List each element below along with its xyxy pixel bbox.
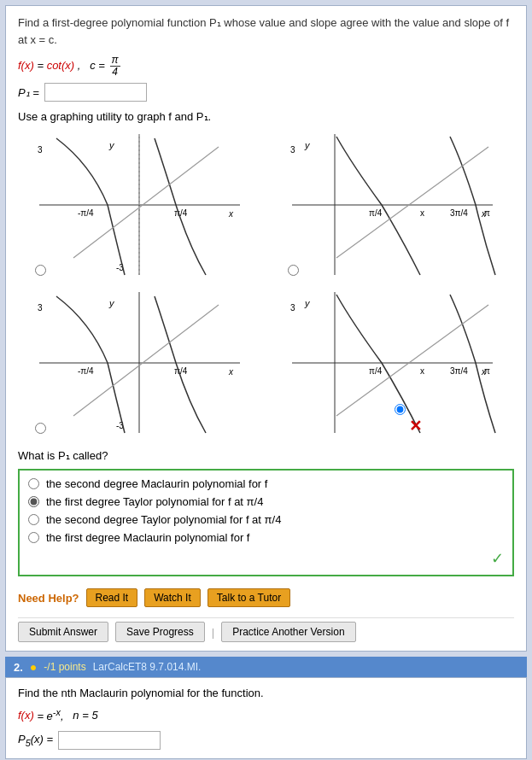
svg-line-40 <box>336 305 488 416</box>
graph-cell-3: y x -π/4 π/4 3 -3 <box>18 288 262 437</box>
problem2-points: -/1 points <box>44 661 85 673</box>
p2-function: f(x) = e-x, n = 5 <box>18 706 514 722</box>
svg-text:3π/4: 3π/4 <box>450 366 468 376</box>
choices-box: the second degree Maclaurin polynomial f… <box>18 469 514 576</box>
choice-radio-2[interactable] <box>28 496 39 507</box>
graph-radio-1[interactable] <box>35 265 46 276</box>
save-progress-button[interactable]: Save Progress <box>115 622 205 642</box>
problem2-bar: 2. ● -/1 points LarCalcET8 9.7.014.MI. <box>5 657 527 677</box>
svg-text:3: 3 <box>290 145 295 155</box>
svg-line-29 <box>73 305 219 416</box>
comma: , <box>78 59 87 72</box>
page-wrapper: Find a first-degree polynomial function … <box>0 0 532 760</box>
c-equals: = <box>98 59 108 72</box>
choice-label-3: the second degree Taylor polynomial for … <box>46 513 281 526</box>
fx-label: f(x) <box>18 59 34 72</box>
need-help-row: Need Help? Read It Watch It Talk to a Tu… <box>18 588 514 607</box>
svg-text:3: 3 <box>38 145 43 155</box>
need-help-label: Need Help? <box>18 592 79 605</box>
p1-label: P₁ = <box>18 86 39 99</box>
svg-text:π/4: π/4 <box>369 366 383 376</box>
checkmark-icon: ✓ <box>491 549 504 568</box>
svg-line-20 <box>336 147 488 258</box>
checkmark-row: ✓ <box>28 549 504 568</box>
p2-n: n = 5 <box>73 710 97 722</box>
svg-text:π/4: π/4 <box>174 366 188 376</box>
p5-answer-input[interactable] <box>58 731 161 750</box>
svg-text:x: x <box>228 367 234 377</box>
c-label: c <box>90 59 96 72</box>
action-row: Submit Answer Save Progress | Practice A… <box>18 617 514 642</box>
svg-text:x: x <box>228 209 234 219</box>
choice-label-4: the first degree Maclaurin polynomial fo… <box>46 531 249 544</box>
p1-answer-input[interactable] <box>44 83 147 102</box>
what-is-p1-question: What is P₁ called? <box>18 449 514 462</box>
graph-cell-2: y x π/4 x 3π/4 π 3 -3 <box>271 130 515 279</box>
graph-intro: Use a graphing utility to graph f and P₁… <box>18 110 514 123</box>
talk-to-tutor-button[interactable]: Talk to a Tutor <box>208 588 290 607</box>
choice-radio-4[interactable] <box>28 532 39 543</box>
p2-eq: = e-x, <box>37 710 69 722</box>
p2-instruction: Find the nth Maclaurin polynomial for th… <box>18 687 514 699</box>
practice-another-button[interactable]: Practice Another Version <box>221 622 355 642</box>
graph-svg-4: y x π/4 x 3π/4 π 3 -3 <box>284 288 501 437</box>
svg-text:3: 3 <box>290 303 295 313</box>
equals-sign: = <box>37 59 46 72</box>
svg-text:-π/4: -π/4 <box>78 366 94 376</box>
graph-radio-4[interactable] <box>395 404 406 415</box>
svg-text:x: x <box>420 366 424 376</box>
p5-input-row: P5(x) = <box>18 731 514 750</box>
problem2-ref: LarCalcET8 9.7.014.MI. <box>93 661 202 673</box>
cotx-label: cot(x) <box>47 59 75 72</box>
watch-it-button[interactable]: Watch It <box>144 588 201 607</box>
graphs-grid: y x -π/4 π/4 3 -3 <box>18 130 514 437</box>
svg-text:π: π <box>484 208 490 218</box>
graph-cell-1: y x -π/4 π/4 3 -3 <box>18 130 262 279</box>
problem2-card: Find the nth Maclaurin polynomial for th… <box>5 677 527 758</box>
separator: | <box>212 626 214 639</box>
choice-radio-1[interactable] <box>28 478 39 489</box>
graph-svg-1: y x -π/4 π/4 3 -3 <box>31 130 248 279</box>
choice-row-3: the second degree Taylor polynomial for … <box>28 513 504 526</box>
svg-text:π: π <box>484 366 490 376</box>
svg-text:3π/4: 3π/4 <box>450 208 468 218</box>
svg-text:-π/4: -π/4 <box>78 208 94 218</box>
p2-fx: f(x) <box>18 710 34 722</box>
problem1-instruction: Find a first-degree polynomial function … <box>18 15 514 48</box>
svg-line-8 <box>73 147 219 258</box>
p5-label: P5(x) = <box>18 733 53 748</box>
red-x-mark: ✕ <box>409 417 422 436</box>
choice-row-2: the first degree Taylor polynomial for f… <box>28 495 504 508</box>
svg-text:y: y <box>304 140 311 150</box>
c-fraction: π4 <box>108 59 122 72</box>
graph-cell-4: y x π/4 x 3π/4 π 3 -3 ✕ <box>271 288 515 437</box>
svg-text:y: y <box>108 140 115 150</box>
problem2-dot-icon: ● <box>30 660 37 674</box>
choice-radio-3[interactable] <box>28 514 39 525</box>
p1-input-row: P₁ = <box>18 83 514 102</box>
choice-row-4: the first degree Maclaurin polynomial fo… <box>28 531 504 544</box>
problem2-number: 2. <box>14 661 23 674</box>
svg-text:3: 3 <box>38 303 43 313</box>
problem1-card: Find a first-degree polynomial function … <box>5 5 527 652</box>
choice-row-1: the second degree Maclaurin polynomial f… <box>28 477 504 490</box>
svg-text:π/4: π/4 <box>174 208 188 218</box>
svg-text:π/4: π/4 <box>369 208 383 218</box>
function-line: f(x) = cot(x) , c = π4 <box>18 55 514 78</box>
graph-radio-2[interactable] <box>288 265 299 276</box>
graph-svg-3: y x -π/4 π/4 3 -3 <box>31 288 248 437</box>
svg-text:x: x <box>420 208 424 218</box>
choice-label-1: the second degree Maclaurin polynomial f… <box>46 477 267 490</box>
svg-text:y: y <box>108 298 115 308</box>
graph-svg-2: y x π/4 x 3π/4 π 3 -3 <box>284 130 501 279</box>
svg-text:y: y <box>304 298 311 308</box>
submit-answer-button[interactable]: Submit Answer <box>18 622 108 642</box>
read-it-button[interactable]: Read It <box>86 588 138 607</box>
graph-radio-3[interactable] <box>35 423 46 434</box>
choice-label-2: the first degree Taylor polynomial for f… <box>46 495 263 508</box>
